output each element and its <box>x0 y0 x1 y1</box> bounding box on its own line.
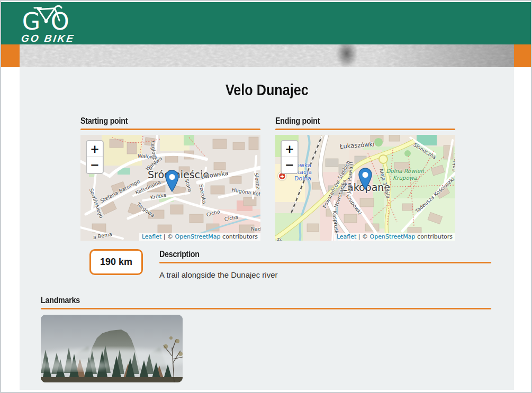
leaflet-link[interactable]: Leaflet <box>142 233 161 240</box>
heading-rule <box>275 129 455 130</box>
page-title: Velo Dunajec <box>226 81 309 99</box>
map-attribution: Leaflet | © OpenStreetMap contributors <box>334 233 455 241</box>
banner-accent-right <box>514 44 531 67</box>
zoom-out-button[interactable]: − <box>282 157 297 173</box>
attribution-separator: | <box>164 233 166 240</box>
app-header: G O GO BIKE <box>1 2 531 44</box>
station-line: Dolna <box>294 175 311 182</box>
map-zoom-control: + − <box>281 140 299 174</box>
copyright-symbol: © <box>167 233 173 240</box>
landmarks-section: Landmarks <box>41 295 491 382</box>
zoom-out-button[interactable]: − <box>87 157 103 173</box>
description-heading: Description <box>159 249 200 260</box>
osm-link[interactable]: OpenStreetMap <box>175 233 221 240</box>
starting-point-map[interactable]: Śródmieście Wałowa Wałowa Lwowska Szerok… <box>80 135 260 241</box>
zoom-in-button[interactable]: + <box>282 141 297 157</box>
landmarks-heading: Landmarks <box>41 295 80 306</box>
map-marker-icon[interactable] <box>165 170 179 194</box>
road-texture-banner <box>20 44 514 67</box>
banner-accent-left <box>1 44 20 67</box>
starting-point-section: Starting point <box>80 116 260 241</box>
ending-point-heading: Ending point <box>275 116 320 126</box>
banner-dark-smear <box>331 44 363 67</box>
banner-dark-edge <box>376 44 514 67</box>
map-marker-icon[interactable] <box>358 168 372 192</box>
distance-badge: 190 km <box>89 249 143 275</box>
attribution-separator: | <box>358 233 360 240</box>
svg-text:G: G <box>22 8 40 35</box>
map-attribution: Leaflet | © OpenStreetMap contributors <box>139 233 260 241</box>
copyright-symbol: © <box>362 233 368 240</box>
osm-link[interactable]: OpenStreetMap <box>370 233 416 240</box>
app-window: G O GO BIKE <box>0 0 532 393</box>
street-label: Nadb <box>251 226 260 232</box>
landmark-photo <box>41 315 183 382</box>
description-section: Description A trail alongside the Dunaje… <box>159 249 491 279</box>
ending-point-map[interactable]: łówka Stacja Dolna Zakopane Dolna Rówień… <box>275 135 455 241</box>
svg-text:O: O <box>51 8 69 35</box>
main-content: Velo Dunajec Starting point <box>20 67 514 390</box>
heading-rule <box>159 262 491 263</box>
brand-name: GO BIKE <box>20 33 80 44</box>
heading-rule <box>41 308 491 309</box>
zoom-in-button[interactable]: + <box>87 141 103 157</box>
attribution-contributors: contributors <box>222 233 258 240</box>
leaflet-link[interactable]: Leaflet <box>337 233 356 240</box>
go-bike-logo[interactable]: G O GO BIKE <box>21 5 79 44</box>
attribution-contributors: contributors <box>417 233 453 240</box>
description-text: A trail alongside the Dunajec river <box>159 270 491 279</box>
route-details: 190 km Description A trail alongside the… <box>89 249 491 279</box>
bicycle-icon: G O <box>21 5 74 35</box>
banner-strip <box>1 44 531 67</box>
heading-rule <box>80 129 260 130</box>
map-zoom-control: + − <box>86 140 104 174</box>
starting-point-heading: Starting point <box>80 116 128 126</box>
ending-point-section: Ending point <box>275 116 455 241</box>
